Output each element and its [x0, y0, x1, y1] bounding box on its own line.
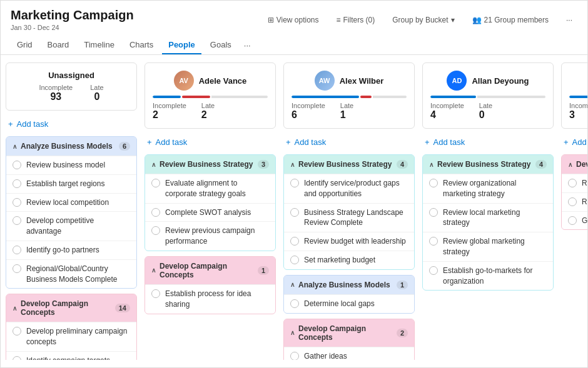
- allan-incomplete: 4: [430, 109, 464, 121]
- alex-late: 1: [340, 109, 353, 121]
- bucket-develop-header[interactable]: ∧ Develop Campaign Concepts 14: [6, 294, 136, 322]
- task-checkbox[interactable]: [290, 352, 299, 360]
- group-members-button[interactable]: 👥 21 Group members: [467, 13, 554, 27]
- chevron-icon: ∧: [429, 161, 433, 168]
- nav-people[interactable]: People: [162, 36, 201, 54]
- nav-board[interactable]: Board: [41, 36, 76, 54]
- bucket-develop-header[interactable]: ∧ Develop Campaign Concepts 1: [145, 257, 275, 284]
- task-checkbox[interactable]: [429, 266, 438, 275]
- progress-late: [182, 96, 210, 98]
- bucket-review-header[interactable]: ∧ Review Business Strategy 4: [423, 155, 553, 174]
- bucket-count: 6: [119, 142, 130, 151]
- unassigned-label: Unassigned: [14, 71, 129, 80]
- task-item: Get appro...: [562, 211, 587, 230]
- task-item: Identify campaign targets: [6, 351, 136, 360]
- column-bj: BJ Incomplete 3 + Add task: [561, 62, 587, 360]
- bucket-develop-header[interactable]: ∧ Develop Ca...: [562, 155, 587, 174]
- progress-complete: [291, 96, 359, 98]
- bucket-analyze-alex: ∧ Analyze Business Models 1 Determine lo…: [283, 275, 415, 314]
- task-item: Review previous campaign performance: [145, 221, 275, 251]
- task-checkbox[interactable]: [13, 246, 21, 254]
- task-checkbox[interactable]: [13, 356, 21, 360]
- task-checkbox[interactable]: [568, 179, 577, 187]
- progress-complete: [430, 96, 476, 98]
- task-item: Develop preliminary campaign concepts: [6, 322, 136, 351]
- bucket-count: 14: [115, 304, 130, 312]
- chevron-down-icon: ▾: [451, 16, 455, 24]
- task-checkbox[interactable]: [151, 226, 160, 235]
- task-checkbox[interactable]: [290, 208, 299, 217]
- unassigned-card: Unassigned Incomplete 93 Late 0: [6, 62, 137, 111]
- task-item: Identify go-to partners: [6, 241, 136, 259]
- task-checkbox[interactable]: [151, 289, 160, 298]
- task-item: Review business model: [6, 156, 136, 174]
- nav-more-button[interactable]: ···: [240, 37, 255, 54]
- filters-button[interactable]: ≡ Filters (0): [332, 13, 380, 27]
- alex-incomplete: 6: [291, 109, 325, 121]
- task-checkbox[interactable]: [151, 179, 160, 187]
- chevron-icon: ∧: [13, 143, 17, 150]
- bucket-develop-header[interactable]: ∧ Develop Campaign Concepts 2: [284, 319, 414, 347]
- nav-charts[interactable]: Charts: [123, 36, 160, 54]
- alex-card: AW Alex Wilber Incomplete 6 Late 1: [283, 62, 415, 129]
- task-checkbox[interactable]: [13, 264, 21, 273]
- unassigned-late-count: 0: [90, 91, 103, 102]
- bucket-review-allan: ∧ Review Business Strategy 4 Review orga…: [422, 154, 554, 291]
- task-item: Establish go-to-markets for organization: [423, 261, 553, 291]
- task-checkbox[interactable]: [13, 198, 21, 207]
- task-checkbox[interactable]: [568, 216, 577, 225]
- bucket-count: 1: [397, 281, 408, 289]
- task-checkbox[interactable]: [290, 299, 299, 308]
- task-item: Regional/Global/Country Business Models …: [6, 259, 136, 289]
- bj-card: BJ Incomplete 3: [561, 62, 587, 129]
- group-by-button[interactable]: Group by Bucket ▾: [387, 13, 459, 27]
- task-item: Identify service/product gaps and opport…: [284, 174, 414, 203]
- allan-late: 0: [479, 109, 492, 121]
- bucket-count: 4: [397, 160, 408, 169]
- task-checkbox[interactable]: [13, 179, 21, 188]
- task-checkbox[interactable]: [290, 237, 299, 246]
- bucket-review-adele: ∧ Review Business Strategy 3 Evaluate al…: [144, 154, 276, 251]
- task-checkbox[interactable]: [568, 197, 577, 206]
- task-checkbox[interactable]: [151, 208, 160, 217]
- task-item: Business Strategy Landscape Review Compl…: [284, 203, 414, 232]
- adele-incomplete: 2: [153, 109, 186, 121]
- add-task-unassigned[interactable]: + Add task: [6, 116, 137, 132]
- task-item: Establish process for idea sharing: [145, 284, 275, 314]
- column-unassigned: Unassigned Incomplete 93 Late 0 + Add ta…: [6, 62, 137, 360]
- nav-timeline[interactable]: Timeline: [78, 36, 121, 54]
- plus-icon: +: [8, 119, 13, 129]
- more-options-button[interactable]: ···: [561, 13, 577, 27]
- bucket-analyze-header[interactable]: ∧ Analyze Business Models 1: [284, 276, 414, 294]
- nav-grid[interactable]: Grid: [11, 36, 39, 54]
- task-checkbox[interactable]: [13, 216, 21, 225]
- add-task-adele[interactable]: + Add task: [144, 134, 276, 151]
- unassigned-incomplete-count: 93: [39, 91, 73, 102]
- plus-icon: +: [286, 137, 291, 147]
- add-task-bj[interactable]: + Add task: [561, 134, 587, 151]
- task-checkbox[interactable]: [13, 161, 21, 169]
- alex-name: Alex Wilber: [340, 76, 384, 86]
- nav-goals[interactable]: Goals: [204, 36, 238, 54]
- bucket-review-header[interactable]: ∧ Review Business Strategy 3: [145, 155, 275, 174]
- task-item: Review organizational marketing strategy: [423, 174, 553, 203]
- bucket-develop-adele: ∧ Develop Campaign Concepts 1 Establish …: [144, 256, 276, 314]
- task-checkbox[interactable]: [429, 208, 438, 217]
- task-checkbox[interactable]: [429, 179, 438, 187]
- task-checkbox[interactable]: [429, 237, 438, 246]
- task-checkbox[interactable]: [13, 327, 21, 336]
- column-alex: AW Alex Wilber Incomplete 6 Late 1: [283, 62, 415, 360]
- view-options-button[interactable]: ⊞ View options: [263, 13, 324, 27]
- task-checkbox[interactable]: [290, 179, 299, 187]
- people-icon: 👥: [472, 16, 482, 24]
- chevron-icon: ∧: [151, 267, 156, 274]
- people-board: Unassigned Incomplete 93 Late 0 + Add ta…: [1, 55, 587, 367]
- bucket-analyze-header[interactable]: ∧ Analyze Business Models 6: [6, 137, 136, 156]
- more-icon: ···: [566, 16, 572, 24]
- add-task-allan[interactable]: + Add task: [422, 134, 554, 151]
- add-task-alex[interactable]: + Add task: [283, 134, 415, 151]
- task-checkbox[interactable]: [290, 256, 299, 264]
- adele-name: Adele Vance: [199, 76, 247, 86]
- bucket-review-header[interactable]: ∧ Review Business Strategy 4: [284, 155, 414, 174]
- adele-late: 2: [201, 109, 215, 121]
